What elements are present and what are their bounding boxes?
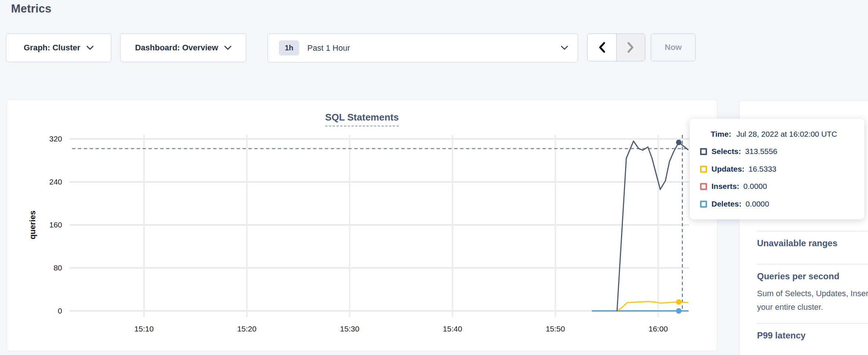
tooltip-row-inserts: Inserts: 0.0000 — [700, 182, 767, 191]
svg-text:15:50: 15:50 — [546, 324, 565, 333]
inserts-swatch-icon — [700, 183, 707, 190]
hover-marker-deletes — [676, 308, 682, 314]
tooltip-series-value: 313.5556 — [745, 147, 778, 156]
sidebar-heading-unavailable-ranges: Unavailable ranges — [757, 238, 837, 248]
chevron-left-icon — [598, 42, 606, 53]
svg-text:16:00: 16:00 — [649, 324, 668, 333]
series-line-selects — [617, 141, 688, 311]
graph-scope-dropdown[interactable]: Graph: Cluster — [6, 33, 111, 62]
sidebar-heading-queries-per-second: Queries per second — [757, 271, 839, 282]
chevron-down-icon — [561, 46, 568, 50]
tooltip-series-value: 16.5333 — [749, 165, 776, 173]
deletes-swatch-icon — [700, 201, 707, 208]
divider — [757, 264, 868, 265]
sql-statements-chart-card: SQL Statements queries 08016024032015:10… — [7, 100, 717, 351]
time-range-selector[interactable]: 1h Past 1 Hour — [268, 33, 578, 62]
svg-text:160: 160 — [49, 220, 62, 229]
tooltip-time-row: Time:Jul 28, 2022 at 16:02:00 UTC — [711, 130, 837, 139]
chevron-down-icon — [224, 46, 232, 50]
svg-text:15:10: 15:10 — [134, 324, 154, 333]
svg-text:320: 320 — [49, 135, 62, 143]
svg-text:15:30: 15:30 — [340, 324, 359, 333]
time-range-label: Past 1 Hour — [307, 43, 350, 53]
dashboard-dropdown[interactable]: Dashboard: Overview — [120, 33, 246, 62]
chevron-right-icon — [627, 42, 635, 53]
next-time-window-button[interactable] — [617, 34, 645, 61]
chart-gridlines — [69, 135, 689, 317]
time-pager — [587, 33, 645, 61]
svg-text:80: 80 — [54, 263, 62, 272]
time-range-badge: 1h — [279, 40, 299, 55]
chevron-down-icon — [86, 46, 94, 50]
svg-text:15:20: 15:20 — [237, 324, 257, 333]
tooltip-row-updates: Updates: 16.5333 — [700, 165, 776, 173]
sql-statements-chart[interactable]: 08016024032015:1015:2015:3015:4015:5016:… — [7, 100, 718, 352]
sidebar-heading-p99-latency: P99 latency — [757, 330, 806, 341]
svg-text:15:40: 15:40 — [443, 324, 462, 333]
chart-hover-tooltip: Time:Jul 28, 2022 at 16:02:00 UTC Select… — [690, 119, 864, 219]
selects-swatch-icon — [700, 148, 707, 155]
sidebar-description-line: Sum of Selects, Updates, Inser — [757, 289, 868, 298]
tooltip-series-value: 0.0000 — [743, 182, 767, 191]
previous-time-window-button[interactable] — [588, 34, 617, 61]
tooltip-time-value: Jul 28, 2022 at 16:02:00 UTC — [736, 130, 837, 138]
page-title: Metrics — [11, 1, 51, 17]
svg-text:240: 240 — [49, 178, 62, 186]
tooltip-series-label: Deletes: — [711, 200, 742, 208]
svg-text:0: 0 — [58, 306, 62, 315]
hover-marker-updates — [676, 299, 682, 305]
divider — [757, 231, 868, 232]
tooltip-time-label: Time: — [711, 130, 731, 138]
tooltip-series-label: Inserts: — [711, 182, 739, 191]
tooltip-series-label: Selects: — [711, 147, 741, 156]
updates-swatch-icon — [700, 166, 707, 173]
hover-marker-selects — [676, 140, 682, 145]
chart-axis-labels: 08016024032015:1015:2015:3015:4015:5016:… — [49, 135, 668, 333]
tooltip-row-selects: Selects: 313.5556 — [700, 147, 777, 156]
metrics-page: { "page": { "title": "Metrics" }, "color… — [0, 0, 868, 355]
tooltip-series-value: 0.0000 — [746, 200, 769, 208]
tooltip-row-deletes: Deletes: 0.0000 — [700, 200, 769, 208]
tooltip-series-label: Updates: — [711, 165, 745, 173]
divider — [757, 323, 868, 324]
now-button[interactable]: Now — [651, 33, 696, 61]
dashboard-dropdown-label: Dashboard: Overview — [135, 43, 218, 53]
sidebar-description-line: your entire cluster. — [757, 302, 823, 312]
graph-scope-dropdown-label: Graph: Cluster — [24, 43, 80, 53]
